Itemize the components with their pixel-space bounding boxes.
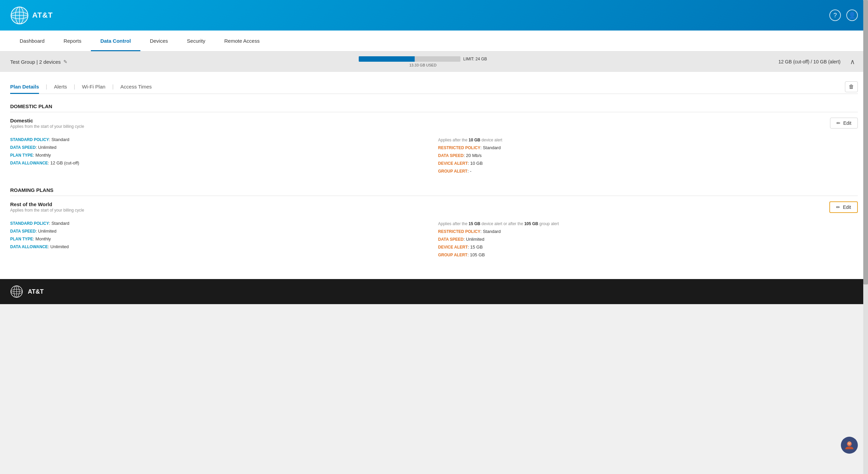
domestic-rvalue-1: : 20 Mb/s (463, 153, 481, 158)
usage-bar-area: LIMIT: 24 GB 13.33 GB USED (74, 56, 772, 67)
sub-tabs: Plan Details | Alerts | Wi-Fi Plan | Acc… (10, 80, 858, 94)
roaming-plan-info: Rest of the World Applies from the start… (10, 201, 84, 215)
usage-bar-container (359, 56, 460, 62)
cutoff-info: 12 GB (cut-off) / 10 GB (alert) (778, 59, 841, 64)
roaming-section-title: ROAMING PLANS (10, 187, 858, 196)
pencil-icon: ✏ (836, 120, 841, 126)
tab-alerts[interactable]: Alerts (54, 80, 67, 94)
roaming-label-1: DATA SPEED (10, 229, 36, 234)
roaming-rvalue-3: : 105 GB (468, 252, 485, 257)
domestic-rvalue-3: : - (468, 169, 472, 174)
roaming-rlabel-2: DEVICE ALERT (438, 245, 468, 250)
app-footer: AT&T (0, 279, 868, 304)
domestic-label-0: STANDARD POLICY (10, 137, 49, 142)
tab-plan-details[interactable]: Plan Details (10, 80, 39, 94)
roaming-edit-button[interactable]: ✏ Edit (829, 201, 858, 213)
domestic-value-1: : Unlimited (36, 145, 56, 150)
domestic-plan-name: Domestic (10, 118, 84, 123)
header-icons: ? 👤 (829, 9, 858, 21)
roaming-rfield-0: RESTRICTED POLICY: Standard (438, 229, 858, 234)
roaming-field-0: STANDARD POLICY: Standard (10, 221, 430, 226)
roaming-edit-label: Edit (843, 204, 851, 210)
domestic-alert-bold: 10 GB (469, 138, 480, 142)
domestic-edit-button[interactable]: ✏ Edit (830, 118, 858, 129)
roaming-rfield-3: GROUP ALERT: 105 GB (438, 252, 858, 257)
nav-item-dashboard[interactable]: Dashboard (10, 31, 54, 51)
collapse-button[interactable]: ∧ (847, 58, 858, 66)
domestic-right-header: Applies after the 10 GB device alert (438, 138, 858, 142)
tab-sep-1: | (46, 84, 47, 90)
group-title: Test Group | 2 devices ✎ (10, 59, 67, 65)
nav-item-reports[interactable]: Reports (54, 31, 91, 51)
domestic-rvalue-0: : Standard (480, 145, 501, 150)
tab-sep-2: | (74, 84, 75, 90)
roaming-applies-before: Applies after the (438, 221, 469, 226)
roaming-label-3: DATA ALLOWANCE (10, 244, 48, 249)
roaming-applies-after: group alert (538, 221, 559, 226)
roaming-value-0: : Standard (49, 221, 69, 226)
tab-sep-3: | (112, 84, 114, 90)
roaming-applies-mid: device alert or after the (480, 221, 524, 226)
domestic-plan-info: Domestic Applies from the start of your … (10, 118, 84, 132)
roaming-field-3: DATA ALLOWANCE: Unlimited (10, 244, 430, 249)
domestic-rlabel-1: DATA SPEED (438, 153, 463, 158)
roaming-rfield-1: DATA SPEED: Unlimited (438, 237, 858, 242)
scrollbar-track (863, 0, 868, 304)
user-button[interactable]: 👤 (846, 9, 858, 21)
roaming-label-0: STANDARD POLICY (10, 221, 49, 226)
roaming-rfield-2: DEVICE ALERT: 15 GB (438, 244, 858, 250)
roaming-left-col: STANDARD POLICY: Standard DATA SPEED: Un… (10, 221, 430, 260)
roaming-value-1: : Unlimited (36, 229, 56, 234)
nav-item-security[interactable]: Security (177, 31, 215, 51)
help-button[interactable]: ? (829, 9, 841, 21)
domestic-plan-grid: STANDARD POLICY: Standard DATA SPEED: Un… (10, 137, 858, 176)
roaming-plan-name: Rest of the World (10, 201, 84, 207)
group-bar: Test Group | 2 devices ✎ LIMIT: 24 GB 13… (0, 52, 868, 72)
nav-item-remote-access[interactable]: Remote Access (215, 31, 269, 51)
delete-plan-button[interactable]: 🗑 (845, 81, 858, 92)
domestic-left-col: STANDARD POLICY: Standard DATA SPEED: Un… (10, 137, 430, 176)
domestic-field-3: DATA ALLOWANCE: 12 GB (cut-off) (10, 160, 430, 165)
domestic-rlabel-2: DEVICE ALERT (438, 161, 468, 166)
roaming-field-2: PLAN TYPE: Monthly (10, 236, 430, 241)
brand-name: AT&T (32, 11, 53, 20)
roaming-rlabel-3: GROUP ALERT (438, 253, 468, 257)
domestic-field-2: PLAN TYPE: Monthly (10, 153, 430, 158)
nav-item-devices[interactable]: Devices (140, 31, 177, 51)
domestic-value-0: : Standard (49, 137, 69, 142)
domestic-plan-section: DOMESTIC PLAN Domestic Applies from the … (10, 103, 858, 176)
att-logo-icon (10, 6, 29, 25)
app-header: AT&T ? 👤 (0, 0, 868, 31)
domestic-section-title: DOMESTIC PLAN (10, 103, 858, 112)
domestic-edit-label: Edit (843, 120, 851, 126)
tab-wifi-plan[interactable]: Wi-Fi Plan (82, 80, 105, 94)
nav-bar: Dashboard Reports Data Control Devices S… (0, 31, 868, 52)
roaming-rvalue-2: : 15 GB (468, 244, 483, 250)
roaming-plan-grid: STANDARD POLICY: Standard DATA SPEED: Un… (10, 221, 858, 260)
usage-text: 13.33 GB USED (409, 63, 436, 67)
domestic-rfield-2: DEVICE ALERT: 10 GB (438, 161, 858, 166)
logo-area: AT&T (10, 6, 53, 25)
domestic-rvalue-2: : 10 GB (468, 161, 483, 166)
domestic-rfield-3: GROUP ALERT: - (438, 169, 858, 174)
usage-bar-fill (359, 56, 415, 62)
domestic-rfield-0: RESTRICTED POLICY: Standard (438, 145, 858, 150)
nav-item-data-control[interactable]: Data Control (91, 31, 140, 51)
roaming-rvalue-0: : Standard (480, 229, 501, 234)
roaming-value-3: : Unlimited (48, 244, 68, 249)
scrollbar-thumb[interactable] (863, 0, 868, 284)
group-edit-icon[interactable]: ✎ (63, 59, 67, 64)
domestic-plan-header-row: Domestic Applies from the start of your … (10, 118, 858, 132)
tab-access-times[interactable]: Access Times (120, 80, 152, 94)
main-content: Plan Details | Alerts | Wi-Fi Plan | Acc… (0, 72, 868, 279)
pencil-icon-roaming: ✏ (836, 204, 840, 210)
group-name: Test Group | 2 devices (10, 59, 61, 65)
roaming-rvalue-1: : Unlimited (463, 237, 484, 242)
roaming-rlabel-1: DATA SPEED (438, 237, 463, 242)
domestic-label-3: DATA ALLOWANCE (10, 161, 48, 165)
roaming-bold2: 105 GB (524, 221, 538, 226)
footer-brand: AT&T (28, 288, 44, 295)
domestic-rlabel-3: GROUP ALERT (438, 169, 468, 174)
roaming-right-header: Applies after the 15 GB device alert or … (438, 221, 858, 226)
domestic-field-0: STANDARD POLICY: Standard (10, 137, 430, 142)
